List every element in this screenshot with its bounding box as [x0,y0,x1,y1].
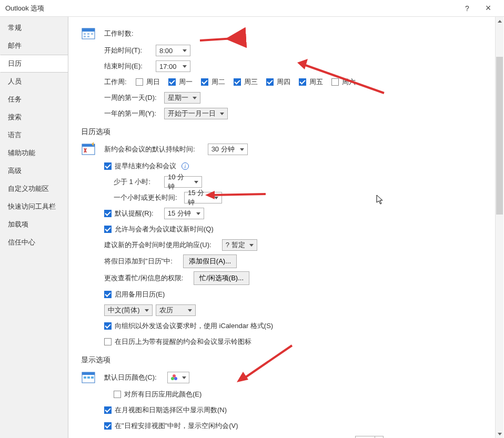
sidebar-item[interactable]: 语言 [0,126,68,144]
end-time-label: 结束时间(E): [104,62,153,71]
workday-checkbox[interactable]: 周四 [266,77,290,87]
over-hour-select[interactable]: 15 分钟 [184,192,222,203]
workday-checkbox[interactable]: 周三 [234,77,258,87]
show-week-num-checkbox[interactable]: 在月视图和日期选择区中显示周数(N) [104,405,227,415]
svg-rect-5 [84,36,86,37]
sidebar-item[interactable]: 日历 [0,55,68,73]
alt-calendar-checkbox[interactable]: 启用备用日历(E) [104,290,165,299]
first-week-select[interactable]: 开始于一月一日 [164,108,228,119]
work-hours-heading-row: 工作时数: [81,26,486,41]
window-title: Outlook 选项 [5,4,457,13]
alt-cal-lang-select[interactable]: 中文(简体) [104,304,153,316]
svg-rect-13 [91,376,94,379]
under-hour-label: 少于 1 小时: [114,177,161,187]
end-time-select[interactable]: 17:00 [156,60,190,72]
sidebar: 常规邮件日历人员任务搜索语言辅助功能高级自定义功能区快速访问工具栏加载项信任中心 [0,17,68,438]
add-holidays-button[interactable]: 添加假日(A)... [183,254,237,268]
titlebar: Outlook 选项 ? × [0,0,504,17]
info-icon[interactable]: i [182,162,189,170]
first-week-label: 一年的第一周(Y): [104,109,161,118]
first-day-select[interactable]: 星期一 [164,92,200,104]
svg-point-16 [174,377,177,380]
apply-all-color-checkbox[interactable]: 对所有日历应用此颜色(E) [114,390,201,399]
vertical-scrollbar[interactable] [495,17,503,438]
svg-rect-12 [87,376,90,379]
svg-rect-4 [91,33,93,35]
calendar-icon [81,26,96,41]
close-button[interactable]: × [478,3,499,14]
over-hour-label: 一个小时或更长时间: [114,193,181,202]
sidebar-item[interactable]: 高级 [0,162,68,180]
color-swatch-icon [170,373,178,382]
default-color-row: 默认日历颜色(C): [81,370,486,385]
default-duration-row: 新约会和会议的默认持续时间: 30 分钟 [81,142,486,157]
svg-point-15 [171,377,174,380]
svg-rect-2 [84,33,86,35]
workday-checkbox[interactable]: 周五 [299,77,323,87]
workday-checkbox[interactable]: 周六 [331,77,356,87]
sidebar-item[interactable]: 邮件 [0,37,68,55]
sidebar-item[interactable]: 任务 [0,90,68,108]
display-options-heading: 显示选项 [81,355,486,365]
propose-response-label: 建议新的开会时间时使用此响应(U): [104,240,211,250]
content-scroll[interactable]: 工作时数: 开始时间(T): 8:00 结束时间(E): 17:00 工作周: … [68,17,504,438]
show-free-appts-checkbox[interactable]: 在"日程安排视图"中时，显示空闲约会(V) [104,421,238,431]
svg-rect-6 [87,36,89,37]
svg-point-14 [173,374,176,378]
alt-cal-type-select[interactable]: 农历 [156,304,196,316]
svg-rect-11 [84,376,86,379]
default-duration-label: 新约会和会议的默认持续时间: [104,145,195,154]
sidebar-item[interactable]: 自定义功能区 [0,180,68,198]
default-reminder-checkbox[interactable]: 默认提醒(R): [104,209,154,218]
work-week-label: 工作周: [104,77,133,87]
propose-response-select[interactable]: ? 暂定 [222,239,257,251]
start-time-select[interactable]: 8:00 [156,45,190,56]
sidebar-item[interactable]: 搜索 [0,108,68,126]
calendar-options-heading: 日历选项 [81,127,486,137]
meeting-icon [81,142,96,157]
svg-rect-3 [87,33,89,35]
scroll-up-icon[interactable] [496,17,503,25]
workday-checkbox[interactable]: 周二 [201,77,225,87]
default-color-label: 默认日历颜色(C): [104,373,157,382]
help-button[interactable]: ? [457,4,478,13]
scroll-thumb[interactable] [496,57,503,215]
icalendar-checkbox[interactable]: 向组织以外发送会议要求时，使用 iCalendar 格式(S) [104,321,273,331]
default-duration-select[interactable]: 30 分钟 [208,144,248,155]
svg-rect-1 [82,28,95,32]
switch-vertical-spinner[interactable] [355,436,384,438]
end-early-checkbox[interactable]: 提早结束约会和会议 [104,161,176,171]
sidebar-item[interactable]: 常规 [0,19,68,37]
scroll-down-icon[interactable] [496,430,503,438]
default-reminder-select[interactable]: 15 分钟 [164,208,204,219]
first-day-label: 一周的第一天(D): [104,93,161,103]
under-hour-select[interactable]: 10 分钟 [164,176,202,188]
sidebar-item[interactable]: 信任中心 [0,233,68,251]
allow-propose-checkbox[interactable]: 允许与会者为会议建议新时间(Q) [104,225,214,234]
sidebar-item[interactable]: 人员 [0,73,68,90]
freebusy-button[interactable]: 忙/闲选项(B)... [194,271,249,285]
show-bell-checkbox[interactable]: 在日历上为带有提醒的约会和会议显示铃图标 [104,337,251,347]
svg-rect-10 [82,372,95,375]
sidebar-item[interactable]: 辅助功能 [0,144,68,162]
freebusy-label: 更改查看忙/闲信息的权限: [104,273,183,283]
color-calendar-icon [81,370,96,385]
workday-checkbox[interactable]: 周日 [136,77,160,87]
workday-checkbox[interactable]: 周一 [168,77,193,87]
sidebar-item[interactable]: 加载项 [0,216,68,233]
work-hours-heading: 工作时数: [104,29,134,38]
start-time-label: 开始时间(T): [104,46,153,55]
default-color-picker[interactable] [167,372,189,383]
add-holidays-label: 将假日添加到"日历"中: [104,257,173,266]
sidebar-item[interactable]: 快速访问工具栏 [0,198,68,216]
